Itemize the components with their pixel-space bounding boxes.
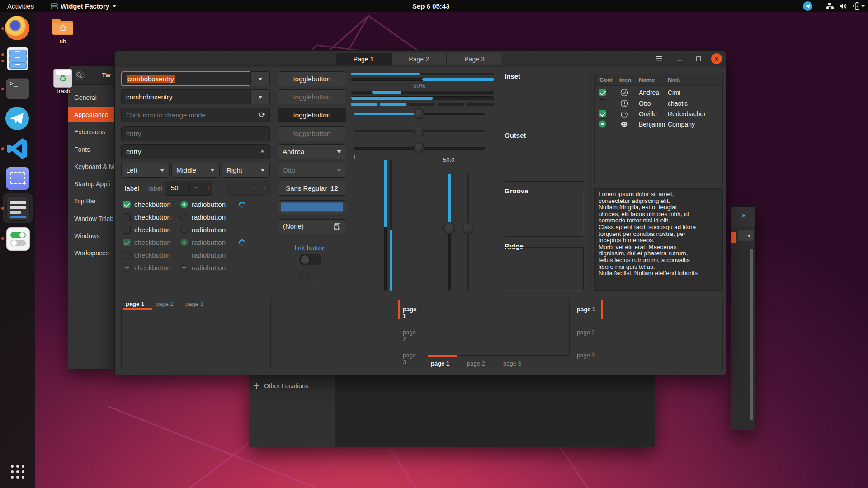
checkbox-indeterminate[interactable]	[123, 226, 131, 234]
tab-page3[interactable]: Page 3	[447, 53, 502, 65]
trash-icon[interactable]: ♻ Trash	[48, 69, 77, 94]
sidebar-item-windows[interactable]: Windows	[68, 228, 115, 244]
switch[interactable]	[299, 254, 321, 265]
row-checkbox-checked[interactable]	[599, 110, 606, 117]
tab-page2[interactable]: Page 2	[391, 53, 447, 65]
sidebar-item-appearance[interactable]: Appearance	[68, 107, 115, 122]
volume-icon[interactable]	[839, 0, 848, 12]
notebook-tab-active[interactable]: page 1	[126, 300, 144, 307]
app-menu[interactable]: Widget Factory	[51, 0, 117, 12]
combo-left[interactable]: Left	[121, 163, 170, 178]
combo-right[interactable]: Right	[222, 163, 270, 178]
comboboxentry[interactable]: comboboxentry	[121, 89, 270, 104]
clock[interactable]: Sep 6 05:43	[412, 0, 450, 12]
notebook-tab[interactable]: page 2	[467, 360, 485, 367]
sidebar-item-workspaces[interactable]: Workspaces	[68, 245, 115, 261]
togglebutton[interactable]: togglebutton	[278, 71, 346, 86]
notebook-tab-active[interactable]: page 1	[577, 306, 595, 313]
combo-middle[interactable]: Middle	[171, 163, 220, 178]
sidebar-item-topbar[interactable]: Top Bar	[68, 193, 115, 209]
switch-knob[interactable]	[300, 255, 310, 264]
spin-minus-button[interactable]	[189, 183, 198, 191]
show-applications-icon[interactable]	[10, 464, 25, 479]
combo-name[interactable]: Andrea	[278, 144, 346, 159]
minimize-icon[interactable]	[675, 54, 684, 64]
tab-page1[interactable]: Page 1	[336, 53, 391, 65]
icon-mode-entry[interactable]: Click icon to change mode	[121, 108, 270, 122]
dock-vscode[interactable]	[5, 136, 30, 161]
file-chooser-button[interactable]: (None)	[278, 219, 346, 233]
treeview[interactable]: Cool Icon Name Nick Andrea Cimi Otto ch	[594, 74, 723, 184]
scrollbar[interactable]	[750, 248, 753, 424]
dock-files[interactable]	[5, 46, 30, 71]
menu-icon[interactable]	[654, 54, 664, 64]
other-locations-item[interactable]: Other Locations	[254, 380, 331, 392]
comboboxentry-focused[interactable]: comboboxentry	[121, 71, 270, 86]
hscale-knob[interactable]	[414, 108, 424, 119]
row-radio-selected[interactable]	[599, 120, 606, 128]
font-button[interactable]: Sans Regular 12	[278, 181, 346, 196]
treeview-header[interactable]: Cool Icon Name Nick	[595, 74, 722, 86]
notebook-tab-active[interactable]: page 1	[431, 360, 449, 367]
notebook-tab[interactable]: page 3	[185, 300, 203, 307]
row-checkbox-unchecked[interactable]	[599, 99, 606, 107]
togglebutton-active[interactable]: togglebutton	[278, 108, 346, 122]
column-header-nick[interactable]: Nick	[668, 76, 680, 83]
dock-screenshot-tool[interactable]: +	[5, 166, 30, 191]
notebook-tab[interactable]: page 2	[577, 329, 595, 336]
sidebar-item-keyboard[interactable]: Keyboard & M	[68, 159, 115, 174]
textview[interactable]: Lorem ipsum dolor sit amet, consectetur …	[594, 188, 723, 291]
dock-widget-factory[interactable]	[5, 196, 30, 221]
refresh-icon[interactable]	[259, 110, 265, 120]
notebook-tab[interactable]: page 3	[503, 360, 521, 367]
table-row[interactable]: Otto chaotic	[595, 99, 722, 109]
chevron-down-icon[interactable]	[861, 0, 865, 12]
combobox-arrow-button[interactable]	[250, 89, 270, 104]
scrollbar-thumb[interactable]	[750, 249, 753, 420]
notebook-tab[interactable]: page 3	[577, 352, 595, 359]
notebook-tab-active[interactable]: page 1	[403, 306, 419, 319]
column-header-cool[interactable]: Cool	[599, 76, 613, 83]
row-checkbox-checked[interactable]	[599, 89, 606, 96]
radio-indeterminate[interactable]	[180, 226, 188, 234]
notebook-tab[interactable]: page 2	[403, 329, 419, 343]
radio-unselected[interactable]	[180, 213, 188, 221]
spin-plus-button[interactable]	[202, 183, 210, 191]
spinbutton[interactable]: 50	[165, 181, 212, 196]
link-button[interactable]: link button	[295, 244, 326, 252]
network-icon[interactable]	[826, 0, 834, 12]
table-row[interactable]: Orville Redenbacher	[595, 109, 722, 119]
hscale-pin-knob[interactable]	[414, 142, 424, 153]
sidebar-item-fonts[interactable]: Fonts	[68, 142, 115, 157]
titlebar[interactable]: Page 1 Page 2 Page 3 ✕	[115, 51, 726, 67]
dock-firefox[interactable]	[5, 16, 30, 41]
dock-telegram[interactable]	[5, 106, 30, 131]
column-header-icon[interactable]: Icon	[619, 76, 632, 83]
notebook-tab[interactable]: page 3	[403, 352, 419, 366]
entry-clearable[interactable]: entry	[121, 144, 270, 159]
sidebar-item-extensions[interactable]: Extensions	[68, 124, 115, 140]
clear-icon[interactable]	[260, 148, 265, 155]
activities-button[interactable]: Activities	[7, 0, 34, 12]
notebook-tab[interactable]: page 2	[156, 300, 174, 307]
home-folder-icon[interactable]: ub	[47, 16, 78, 45]
dock-terminal[interactable]: >_	[5, 76, 30, 102]
dropdown-fragment[interactable]	[738, 230, 755, 241]
sidebar-item-startup[interactable]: Startup Appli	[68, 176, 115, 192]
battery-charging-icon[interactable]	[853, 0, 860, 12]
color-button[interactable]	[278, 200, 346, 214]
close-icon[interactable]: ✕	[741, 212, 746, 219]
table-row[interactable]: Benjamin Company	[595, 119, 722, 130]
column-header-name[interactable]: Name	[639, 76, 655, 83]
dock-tweaks[interactable]	[5, 226, 30, 251]
close-icon[interactable]: ✕	[711, 53, 722, 64]
checkbox-checked[interactable]	[123, 201, 131, 208]
maximize-icon[interactable]	[693, 54, 703, 64]
radio-selected[interactable]	[180, 201, 188, 208]
vscale-knob[interactable]	[443, 222, 455, 234]
table-row[interactable]: Andrea Cimi	[595, 88, 722, 98]
checkbox-unchecked[interactable]	[123, 213, 131, 221]
telegram-tray-icon[interactable]	[803, 0, 812, 12]
combobox-arrow-button[interactable]	[250, 71, 270, 86]
sidebar-item-window-titlebars[interactable]: Window Titleb	[68, 211, 115, 226]
